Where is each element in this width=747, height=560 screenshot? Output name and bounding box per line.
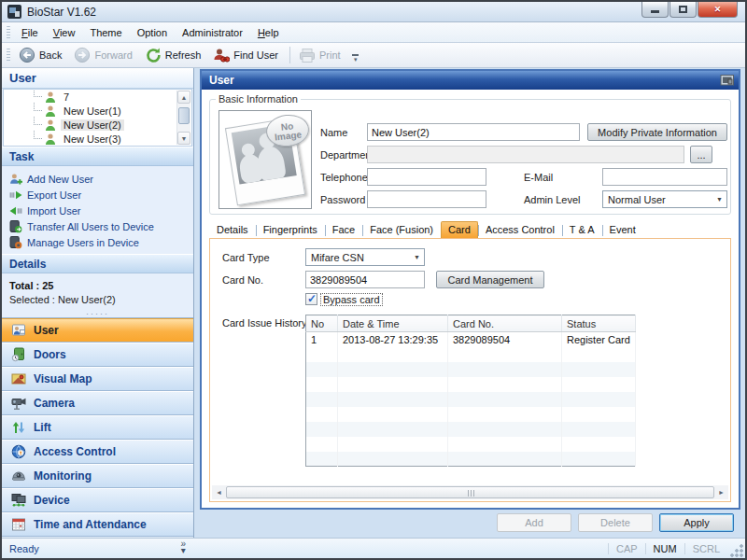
email-input[interactable] (602, 168, 727, 186)
nav-time-attendance[interactable]: Time and Attendance (2, 512, 193, 537)
tab-details[interactable]: Details (209, 221, 256, 238)
module-nav: User Doors Visual Map Camera Lift (2, 317, 193, 537)
scroll-right-icon[interactable]: ► (714, 485, 728, 499)
menu-theme[interactable]: Theme (82, 24, 129, 41)
toolbar-separator (289, 47, 290, 63)
table-row-empty (306, 437, 636, 452)
find-user-button[interactable]: Find User (208, 45, 286, 66)
bypass-card-checkbox[interactable]: Bypass card (305, 293, 382, 305)
scroll-thumb[interactable] (178, 107, 190, 124)
horizontal-scrollbar[interactable]: ◄ ► (212, 485, 728, 499)
nav-visual-map[interactable]: Visual Map (2, 367, 193, 391)
nav-monitoring[interactable]: Monitoring (2, 464, 193, 488)
tree-item-7[interactable]: 7 (4, 90, 191, 104)
window-title: BioStar V1.62 (27, 6, 96, 19)
add-user-icon (9, 173, 22, 186)
table-row[interactable]: 1 2013-08-27 13:29:35 3829089504 Registe… (306, 332, 636, 347)
name-input[interactable] (367, 123, 580, 141)
minimize-button[interactable] (641, 2, 669, 18)
add-button[interactable]: Add (497, 513, 571, 532)
delete-button[interactable]: Delete (578, 513, 653, 532)
refresh-button[interactable]: Refresh (140, 44, 209, 66)
task-transfer-users[interactable]: Transfer All Users to Device (9, 218, 193, 234)
maximize-button[interactable] (669, 2, 697, 18)
toolbar-grip (7, 49, 10, 62)
tab-face[interactable]: Face (325, 221, 362, 238)
print-button[interactable]: Print (294, 45, 348, 66)
tree-item-new-user-1[interactable]: New User(1) (4, 104, 191, 118)
col-status[interactable]: Status (562, 315, 636, 332)
access-control-icon (11, 444, 26, 459)
menu-administrator[interactable]: Administrator (175, 24, 250, 41)
scroll-left-icon[interactable]: ◄ (212, 485, 226, 499)
tree-item-new-user-3[interactable]: New User(3) (4, 132, 191, 146)
panel-body: Basic Information No Image (202, 90, 739, 508)
nav-device[interactable]: Device (2, 488, 193, 512)
forward-icon (74, 47, 91, 63)
scroll-up-icon[interactable]: ▲ (177, 91, 190, 104)
chevron-down-icon: ▼ (712, 196, 726, 203)
nav-user[interactable]: User (2, 318, 193, 343)
admin-level-select[interactable]: Normal User ▼ (602, 190, 727, 208)
scroll-thumb[interactable] (226, 486, 714, 498)
card-no-input[interactable] (305, 271, 425, 288)
menu-help[interactable]: Help (250, 24, 287, 41)
sidebar-splitter[interactable]: ····· (2, 309, 193, 317)
nav-camera[interactable]: Camera (2, 391, 193, 415)
back-button[interactable]: Back (14, 44, 69, 66)
table-row-empty (306, 452, 636, 467)
col-card-no[interactable]: Card No. (448, 315, 562, 332)
menu-view[interactable]: View (46, 24, 83, 41)
col-date-time[interactable]: Date & Time (338, 315, 448, 332)
menu-option[interactable]: Option (130, 24, 175, 41)
checkbox-check-icon[interactable] (305, 293, 317, 305)
tab-event[interactable]: Event (602, 221, 643, 238)
panel-window-icon[interactable] (720, 74, 735, 87)
tab-card[interactable]: Card (441, 221, 478, 238)
tree-item-new-user-2[interactable]: New User(2) (4, 118, 191, 132)
tab-t-and-a[interactable]: T & A (562, 221, 602, 238)
department-input (367, 146, 684, 163)
col-no[interactable]: No (306, 315, 338, 332)
nav-lift[interactable]: Lift (2, 415, 193, 440)
admin-level-label: Admin Level (524, 194, 581, 205)
menu-file[interactable]: File (14, 24, 46, 41)
toolbar-overflow-button[interactable]: ▾ (350, 54, 361, 62)
department-browse-button[interactable]: ... (690, 146, 712, 163)
task-add-new-user[interactable]: Add New User (9, 171, 193, 187)
telephone-input[interactable] (367, 168, 486, 186)
user-panel: User Basic Information (200, 69, 740, 510)
tab-face-fusion[interactable]: Face (Fusion) (362, 221, 441, 238)
nav-access-control[interactable]: Access Control (2, 440, 193, 464)
name-label: Name (320, 127, 347, 138)
device-icon (11, 493, 26, 508)
tree-scrollbar[interactable]: ▲ ▼ (176, 91, 190, 145)
card-management-button[interactable]: Card Management (436, 271, 544, 288)
scroll-down-icon[interactable]: ▼ (177, 132, 190, 145)
telephone-label: Telephone (320, 172, 368, 183)
forward-button[interactable]: Forward (69, 44, 139, 66)
modify-private-information-button[interactable]: Modify Private Information (587, 123, 727, 141)
total-count: Total : 25 (9, 280, 193, 291)
resize-grip[interactable] (729, 543, 744, 558)
panel-header: User (202, 71, 739, 90)
task-export-user[interactable]: Export User (9, 187, 193, 203)
table-row-empty (306, 422, 636, 437)
sidebar-user-header: User (2, 68, 193, 89)
close-button[interactable]: ✕ (698, 2, 738, 18)
card-type-select[interactable]: Mifare CSN ▼ (305, 248, 425, 266)
main-area: User Basic Information (194, 68, 745, 538)
nav-doors[interactable]: Doors (2, 343, 193, 367)
apply-button[interactable]: Apply (659, 513, 734, 532)
num-lock-indicator: NUM (645, 543, 684, 554)
task-import-user[interactable]: Import User (9, 203, 193, 218)
card-issue-history-table: No Date & Time Card No. Status 1 2013-08… (305, 315, 636, 467)
menu-grip (7, 26, 10, 39)
nav-overflow-button[interactable]: »▾ (180, 540, 186, 553)
table-header-row: No Date & Time Card No. Status (306, 315, 636, 332)
status-ready: Ready (9, 543, 39, 554)
task-manage-users[interactable]: Manage Users in Device (9, 234, 193, 250)
tab-access-control[interactable]: Access Control (478, 221, 562, 238)
tab-fingerprints[interactable]: Fingerprints (256, 221, 325, 238)
password-input[interactable] (367, 190, 486, 208)
